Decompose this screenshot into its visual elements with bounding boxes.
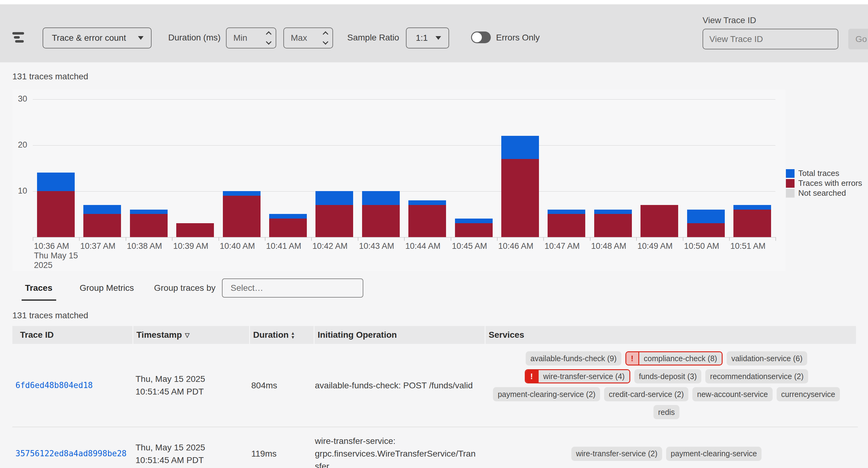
x-axis-tick xyxy=(33,237,33,241)
duration-cell: 804ms xyxy=(248,344,312,427)
service-chip[interactable]: available-funds-check (9) xyxy=(526,351,621,366)
duration-cell: 119ms xyxy=(248,427,312,468)
x-axis-tick-label: 10:43 AM xyxy=(359,241,394,251)
bar-errors-10:38 AM[interactable] xyxy=(130,214,167,237)
legend-swatch xyxy=(786,169,795,178)
service-chip[interactable]: validation-service (6) xyxy=(726,351,807,366)
bar-total-10:43 AM[interactable] xyxy=(362,191,400,205)
trace-explorer-page: Trace & error count Duration (ms) Sample… xyxy=(0,0,868,468)
bar-errors-10:42 AM[interactable] xyxy=(315,205,353,237)
x-axis-tick-label: 10:44 AM xyxy=(405,241,440,251)
tab-traces-underline xyxy=(22,300,56,301)
gridline xyxy=(33,191,775,192)
x-axis-tick-label: 10:48 AM xyxy=(591,241,626,251)
x-axis-tick xyxy=(497,237,498,241)
x-axis-tick-label: 10:42 AM xyxy=(312,241,347,251)
bar-total-10:41 AM[interactable] xyxy=(269,214,307,219)
bar-errors-10:39 AM[interactable] xyxy=(176,223,214,237)
service-chip[interactable]: wire-transfer-service (2) xyxy=(571,447,662,461)
bar-errors-10:44 AM[interactable] xyxy=(408,205,446,237)
bar-total-10:51 AM[interactable] xyxy=(734,205,771,210)
legend-label: Traces with errors xyxy=(798,179,862,188)
bar-errors-10:41 AM[interactable] xyxy=(269,219,307,237)
bar-total-10:48 AM[interactable] xyxy=(594,210,632,214)
gridline xyxy=(33,99,775,100)
service-chip[interactable]: payment-clearing-service (2) xyxy=(493,387,600,401)
service-chip[interactable]: redis xyxy=(653,405,679,419)
bar-total-10:38 AM[interactable] xyxy=(130,210,167,214)
table-row: 35756122ed8a4ad8998be28Thu, May 15 20251… xyxy=(12,427,858,468)
service-chip[interactable]: credit-card-service (2) xyxy=(604,387,688,401)
timestamp-cell: Thu, May 15 202510:51:45 AM PDT xyxy=(132,427,248,468)
header-initiating-operation: Initiating Operation xyxy=(314,326,485,344)
legend-item: Traces with errors xyxy=(786,179,862,188)
tab-group-metrics[interactable]: Group Metrics xyxy=(80,283,134,293)
bar-errors-10:49 AM[interactable] xyxy=(641,205,678,237)
group-traces-by-label: Group traces by xyxy=(154,283,215,293)
x-axis-tick-label: 10:37 AM xyxy=(80,241,116,251)
y-axis-tick-label: 10 xyxy=(5,186,27,196)
service-chip[interactable]: currencyservice xyxy=(777,387,840,401)
bar-total-10:50 AM[interactable] xyxy=(687,210,725,223)
bar-errors-10:51 AM[interactable] xyxy=(734,210,771,237)
bar-total-10:47 AM[interactable] xyxy=(548,210,585,214)
group-traces-by-select[interactable]: Select… xyxy=(222,278,363,298)
header-duration[interactable]: Duration ▴▾ xyxy=(250,326,314,344)
service-chip[interactable]: recommendationservice (2) xyxy=(705,369,808,383)
bar-errors-10:40 AM[interactable] xyxy=(223,196,260,237)
service-chip[interactable]: payment-clearing-service xyxy=(666,447,762,461)
x-axis-tick-label: 10:46 AM xyxy=(498,241,533,251)
gridline xyxy=(33,145,775,146)
x-axis-tick xyxy=(729,237,730,241)
trace-id-link[interactable]: 6fd6ed48b804ed18 xyxy=(16,379,128,392)
x-axis-tick-label: 10:39 AM xyxy=(173,241,208,251)
y-axis-tick-label: 20 xyxy=(5,140,27,150)
tab-traces[interactable]: Traces xyxy=(25,283,53,293)
x-axis-tick xyxy=(775,237,776,241)
trace-id-link[interactable]: 35756122ed8a4ad8998be28 xyxy=(16,447,128,460)
bar-errors-10:37 AM[interactable] xyxy=(83,214,121,237)
bar-total-10:46 AM[interactable] xyxy=(501,136,539,159)
service-chip-label: compliance-check (8) xyxy=(639,352,722,365)
bar-total-10:37 AM[interactable] xyxy=(83,205,121,214)
service-chip-label: wire-transfer-service (4) xyxy=(539,370,629,382)
header-services: Services xyxy=(486,326,856,344)
x-axis-tick xyxy=(358,237,359,241)
service-chip[interactable]: new-account-service xyxy=(692,387,772,401)
error-badge-icon: ! xyxy=(526,370,539,382)
initiating-operation-cell: wire-transfer-service: grpc.finservices.… xyxy=(312,427,482,468)
bar-errors-10:46 AM[interactable] xyxy=(501,159,539,237)
bar-total-10:44 AM[interactable] xyxy=(408,200,446,205)
bar-errors-10:36 AM[interactable] xyxy=(37,191,75,237)
bar-errors-10:48 AM[interactable] xyxy=(594,214,632,237)
x-axis-tick xyxy=(219,237,219,241)
bar-errors-10:45 AM[interactable] xyxy=(455,223,493,237)
bar-total-10:40 AM[interactable] xyxy=(223,191,260,196)
header-timestamp[interactable]: Timestamp ▽ xyxy=(133,326,249,344)
x-axis-tick xyxy=(636,237,637,241)
bar-errors-10:50 AM[interactable] xyxy=(687,223,725,237)
x-axis-tick-label: 10:51 AM xyxy=(730,241,766,251)
bar-total-10:45 AM[interactable] xyxy=(455,219,493,223)
services-cell: wire-transfer-service (2)payment-clearin… xyxy=(482,427,852,468)
x-axis-tick-label: 10:41 AM xyxy=(266,241,301,251)
legend-swatch xyxy=(786,179,795,188)
traces-bar-chart: 10203010:36 AMThu May 15202510:37 AM10:3… xyxy=(0,0,868,278)
bar-total-10:36 AM[interactable] xyxy=(37,173,75,191)
legend-item: Total traces xyxy=(786,169,862,178)
x-axis-tick-label: 10:50 AM xyxy=(684,241,719,251)
x-axis-tick xyxy=(79,237,80,241)
bar-errors-10:43 AM[interactable] xyxy=(362,205,400,237)
service-chip-error[interactable]: !compliance-check (8) xyxy=(625,351,723,366)
header-trace-id: Trace ID xyxy=(12,326,132,344)
x-axis-tick xyxy=(543,237,544,241)
trace-id-cell: 35756122ed8a4ad8998be28 xyxy=(12,427,132,468)
x-axis-tick xyxy=(590,237,590,241)
service-chip-error[interactable]: !wire-transfer-service (4) xyxy=(525,369,630,383)
bar-total-10:42 AM[interactable] xyxy=(315,191,353,205)
bar-errors-10:47 AM[interactable] xyxy=(548,214,585,237)
legend-label: Not searched xyxy=(798,188,846,198)
group-by-placeholder: Select… xyxy=(230,283,263,293)
legend-label: Total traces xyxy=(798,168,839,178)
service-chip[interactable]: funds-deposit (3) xyxy=(634,369,702,383)
